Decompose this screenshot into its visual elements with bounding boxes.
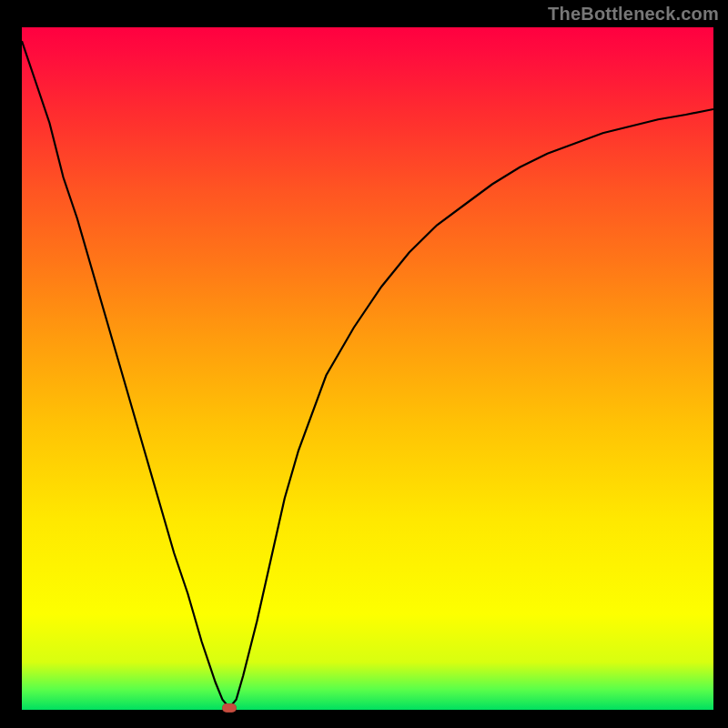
watermark-text: TheBottleneck.com: [548, 4, 719, 25]
curve-svg: [22, 27, 713, 710]
chart-frame: TheBottleneck.com: [0, 0, 728, 728]
curve-path: [22, 41, 713, 708]
minimum-marker: [222, 703, 237, 713]
plot-area: [22, 27, 713, 710]
